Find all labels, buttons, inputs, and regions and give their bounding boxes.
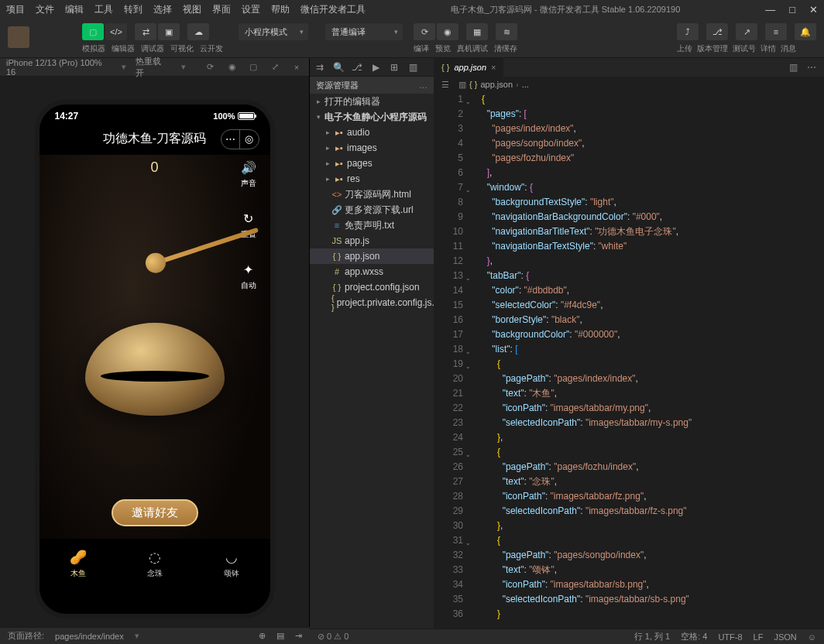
menu-item[interactable]: 项目 xyxy=(6,3,25,16)
menu-item[interactable]: 帮助 xyxy=(271,3,290,16)
close-tab-icon[interactable]: × xyxy=(491,63,496,72)
simulator-toggle[interactable]: ▢ xyxy=(82,23,104,40)
feedback-icon[interactable]: ☺ xyxy=(808,632,816,642)
minimize-button[interactable]: — xyxy=(765,4,775,15)
open-editors-section[interactable]: ▸打开的编辑器 xyxy=(310,94,434,109)
remote-debug-button[interactable]: ▦ xyxy=(466,23,488,40)
editor-panel: { } app.json × ▥ ⋯ ☰ ▥ { } app.json › ..… xyxy=(434,58,824,644)
search-tab-icon[interactable]: 🔍 xyxy=(333,62,344,73)
file-item[interactable]: JSapp.js xyxy=(310,233,434,248)
menu-item[interactable]: 选择 xyxy=(153,3,172,16)
folder-res[interactable]: ▸▸▪res xyxy=(310,171,434,187)
compile-button[interactable]: ⟳ xyxy=(414,23,435,40)
device-label[interactable]: iPhone 12/13 (Pro) 100% 16 xyxy=(6,58,112,77)
capsule-close-icon[interactable]: ◎ xyxy=(240,130,259,149)
debug-tab-icon[interactable]: ▶ xyxy=(370,62,381,73)
preview-button[interactable]: ◉ xyxy=(437,23,458,40)
folder-audio[interactable]: ▸▸▪audio xyxy=(310,125,434,140)
record-icon[interactable]: ◉ xyxy=(226,61,239,74)
editor-toggle[interactable]: </> xyxy=(105,23,127,40)
titlebar: 项目文件编辑工具转到选择视图界面设置帮助微信开发者工具 电子木鱼_刀客源码网 -… xyxy=(0,0,824,19)
breadcrumb[interactable]: ☰ ▥ { } app.json › ... xyxy=(434,77,824,92)
menu-item[interactable]: 微信开发者工具 xyxy=(300,3,366,16)
detail-button[interactable]: ≡ xyxy=(765,23,787,40)
project-root[interactable]: ▾电子木鱼静心小程序源码 xyxy=(310,109,434,125)
menu-item[interactable]: 编辑 xyxy=(65,3,84,16)
cloud-toggle[interactable]: ☁ xyxy=(187,23,209,40)
more-icon[interactable]: ⋯ xyxy=(807,62,816,73)
time-label: 14:27 xyxy=(55,111,79,122)
battery-pct: 100% xyxy=(213,111,235,121)
folder-images[interactable]: ▸▸▪images xyxy=(310,140,434,156)
status-issues[interactable]: ⊘ 0 ⚠ 0 xyxy=(318,632,348,642)
hot-reload-label[interactable]: 热重载 开 xyxy=(136,56,172,79)
scene-icon[interactable]: ⊕ xyxy=(259,631,266,641)
capsule-menu-icon[interactable]: ⋯ xyxy=(221,130,240,149)
editor-tabbar: { } app.json × ▥ ⋯ xyxy=(434,58,824,77)
phone-frame: 14:27 100% 功德木鱼-刀客源码 ⋯ ◎ 0 🔊声音 ↻重置 ✦自动 xyxy=(35,100,275,618)
menu-item[interactable]: 设置 xyxy=(242,3,260,16)
close-button[interactable]: ✕ xyxy=(809,4,818,15)
message-button[interactable]: 🔔 xyxy=(795,23,816,40)
reset-icon: ↻ xyxy=(241,211,256,226)
visual-toggle[interactable]: ▣ xyxy=(158,23,180,40)
sim-footer: 页面路径: pages/index/index▾ ⊕ ▤ ⇥ xyxy=(0,627,310,644)
indent[interactable]: 空格: 4 xyxy=(681,631,707,642)
menu-item[interactable]: 界面 xyxy=(212,3,231,16)
tab-woodfish[interactable]: 🥜木鱼 xyxy=(70,549,87,579)
git-tab-icon[interactable]: ⎇ xyxy=(352,62,362,73)
encoding[interactable]: UTF-8 xyxy=(718,632,742,642)
menu-item[interactable]: 文件 xyxy=(36,3,54,16)
phone-notch xyxy=(105,104,205,122)
sidebar-toggle-icon[interactable]: ☰ xyxy=(441,80,455,90)
woodfish-icon: 🥜 xyxy=(70,549,87,566)
popup-icon[interactable]: ⤢ xyxy=(269,61,281,74)
folder-pages[interactable]: ▸▸▪pages xyxy=(310,156,434,171)
app-title: 功德木鱼-刀客源码 xyxy=(103,131,206,147)
clear-cache-button[interactable]: ≋ xyxy=(496,23,517,40)
compile-mode-select[interactable]: 小程序模式 xyxy=(239,23,308,40)
screenshot-icon[interactable]: ▢ xyxy=(248,61,260,74)
window-title: 电子木鱼_刀客源码网 - 微信开发者工具 Stable 1.06.2209190 xyxy=(366,4,765,15)
avatar[interactable] xyxy=(8,26,29,48)
menu-item[interactable]: 工具 xyxy=(94,3,113,16)
close-sim-icon[interactable]: × xyxy=(290,61,303,74)
file-item[interactable]: { }project.private.config.js... xyxy=(310,295,434,310)
woodfish[interactable] xyxy=(85,323,225,431)
maximize-button[interactable]: □ xyxy=(789,4,795,15)
test-button[interactable]: ↗ xyxy=(736,23,757,40)
tab-beads[interactable]: ◌念珠 xyxy=(147,549,163,579)
editor-tab-active[interactable]: { } app.json × xyxy=(434,58,503,77)
compile-type-select[interactable]: 普通编译 xyxy=(325,23,403,40)
code-editor[interactable]: 1⌄234567⌄8910111213⌄1415161718⌄19⌄202122… xyxy=(434,92,824,644)
file-item[interactable]: ≡免责声明.txt xyxy=(310,218,434,233)
explorer-tab-icon[interactable]: ⇉ xyxy=(314,62,325,73)
file-item[interactable]: #app.wxss xyxy=(310,264,434,279)
collapse-icon[interactable]: ⇥ xyxy=(295,631,302,641)
page-path[interactable]: pages/index/index xyxy=(55,632,124,641)
refresh-icon[interactable]: ⟳ xyxy=(204,61,217,74)
menu-item[interactable]: 转到 xyxy=(124,3,142,16)
file-item[interactable]: <>刀客源码网.html xyxy=(310,187,434,202)
file-item[interactable]: { }app.json xyxy=(310,248,434,264)
file-item[interactable]: { }project.config.json xyxy=(310,279,434,295)
split-icon[interactable]: ▥ xyxy=(407,62,418,73)
language[interactable]: JSON xyxy=(774,632,796,642)
cursor-pos[interactable]: 行 1, 列 1 xyxy=(634,631,670,642)
version-button[interactable]: ⎇ xyxy=(706,23,728,40)
tab-bowl[interactable]: ◡颂钵 xyxy=(224,549,239,579)
split-editor-icon[interactable]: ▥ xyxy=(789,62,798,73)
page-icon[interactable]: ▤ xyxy=(276,631,284,641)
upload-button[interactable]: ⤴ xyxy=(677,23,699,40)
menu-item[interactable]: 视图 xyxy=(183,3,201,16)
file-item[interactable]: 🔗更多资源下载.url xyxy=(310,202,434,218)
debugger-toggle[interactable]: ⇄ xyxy=(135,23,156,40)
eol[interactable]: LF xyxy=(754,632,764,642)
file-tree: ▸打开的编辑器 ▾电子木鱼静心小程序源码 ▸▸▪audio▸▸▪images▸▸… xyxy=(310,94,434,635)
auto-icon: ✦ xyxy=(241,262,256,277)
sound-control[interactable]: 🔊声音 xyxy=(241,159,256,189)
extensions-tab-icon[interactable]: ⊞ xyxy=(389,62,400,73)
invite-button[interactable]: 邀请好友 xyxy=(112,499,198,526)
auto-control[interactable]: ✦自动 xyxy=(241,262,256,291)
json-icon: { } xyxy=(441,63,449,72)
